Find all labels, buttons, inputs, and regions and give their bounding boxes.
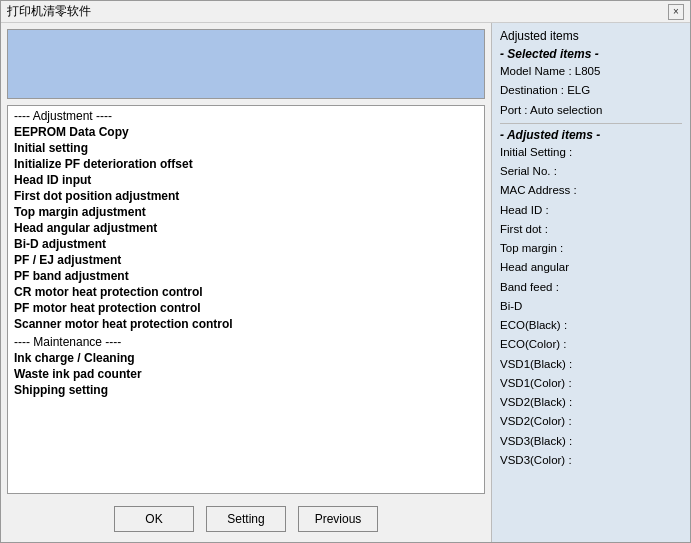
destination-field: Destination : ELG	[500, 82, 682, 99]
window-title: 打印机清零软件	[7, 3, 91, 20]
list-item[interactable]: Top margin adjustment	[12, 204, 480, 220]
left-panel: ---- Adjustment ----EEPROM Data CopyInit…	[1, 23, 491, 542]
right-field: Serial No. :	[500, 163, 682, 180]
port-label: Port :	[500, 104, 527, 116]
content-area: ---- Adjustment ----EEPROM Data CopyInit…	[1, 23, 690, 542]
button-row: OK Setting Previous	[7, 500, 485, 536]
model-name-label: Model Name :	[500, 65, 572, 77]
list-item[interactable]: CR motor heat protection control	[12, 284, 480, 300]
right-field: MAC Address :	[500, 182, 682, 199]
list-item[interactable]: Initial setting	[12, 140, 480, 156]
list-item[interactable]: PF / EJ adjustment	[12, 252, 480, 268]
right-field: Top margin :	[500, 240, 682, 257]
right-field: VSD3(Black) :	[500, 433, 682, 450]
right-fields: Initial Setting :Serial No. :MAC Address…	[500, 144, 682, 469]
right-field: VSD2(Color) :	[500, 413, 682, 430]
list-item[interactable]: Ink charge / Cleaning	[12, 350, 480, 366]
port-field: Port : Auto selection	[500, 102, 682, 119]
destination-value: ELG	[567, 84, 590, 96]
list-item[interactable]: PF band adjustment	[12, 268, 480, 284]
list-item[interactable]: ---- Maintenance ----	[12, 334, 480, 350]
list-item[interactable]: Bi-D adjustment	[12, 236, 480, 252]
right-field: Head ID :	[500, 202, 682, 219]
preview-area	[7, 29, 485, 99]
list-item[interactable]: Scanner motor heat protection control	[12, 316, 480, 332]
list-item[interactable]: Shipping setting	[12, 382, 480, 398]
list-item[interactable]: PF motor heat protection control	[12, 300, 480, 316]
right-field: Initial Setting :	[500, 144, 682, 161]
list-container: ---- Adjustment ----EEPROM Data CopyInit…	[7, 105, 485, 494]
right-field: First dot :	[500, 221, 682, 238]
right-field: VSD1(Black) :	[500, 356, 682, 373]
right-field: VSD1(Color) :	[500, 375, 682, 392]
list-item[interactable]: Waste ink pad counter	[12, 366, 480, 382]
list-item[interactable]: ---- Adjustment ----	[12, 108, 480, 124]
list-item[interactable]: Initialize PF deterioration offset	[12, 156, 480, 172]
model-name-field: Model Name : L805	[500, 63, 682, 80]
right-field: VSD3(Color) :	[500, 452, 682, 469]
adjustment-list[interactable]: ---- Adjustment ----EEPROM Data CopyInit…	[8, 106, 484, 493]
list-item[interactable]: EEPROM Data Copy	[12, 124, 480, 140]
list-item[interactable]: First dot position adjustment	[12, 188, 480, 204]
right-field: VSD2(Black) :	[500, 394, 682, 411]
right-field: ECO(Black) :	[500, 317, 682, 334]
previous-button[interactable]: Previous	[298, 506, 378, 532]
list-item[interactable]: Head angular adjustment	[12, 220, 480, 236]
right-field: Head angular	[500, 259, 682, 276]
right-field: Band feed :	[500, 279, 682, 296]
list-item[interactable]: Head ID input	[12, 172, 480, 188]
adjusted-items-title: Adjusted items	[500, 29, 682, 43]
setting-button[interactable]: Setting	[206, 506, 286, 532]
ok-button[interactable]: OK	[114, 506, 194, 532]
close-button[interactable]: ×	[668, 4, 684, 20]
divider-1	[500, 123, 682, 124]
main-window: 打印机清零软件 × ---- Adjustment ----EEPROM Dat…	[0, 0, 691, 543]
port-value: Auto selection	[530, 104, 602, 116]
selected-items-label: - Selected items -	[500, 47, 682, 61]
destination-label: Destination :	[500, 84, 564, 96]
right-panel: Adjusted items - Selected items - Model …	[491, 23, 690, 542]
title-bar: 打印机清零软件 ×	[1, 1, 690, 23]
model-name-value: L805	[575, 65, 601, 77]
right-field: ECO(Color) :	[500, 336, 682, 353]
adjusted-items-label: - Adjusted items -	[500, 128, 682, 142]
right-field: Bi-D	[500, 298, 682, 315]
